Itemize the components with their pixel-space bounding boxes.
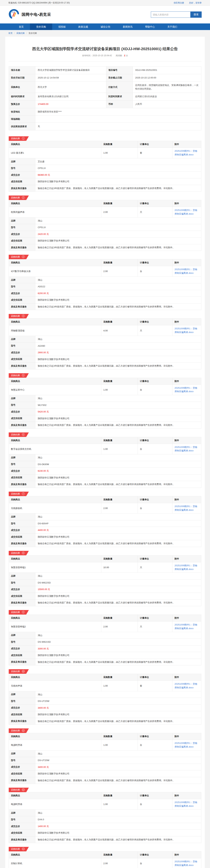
info-label: 币种 [106, 100, 133, 108]
attachment-link[interactable]: 20251009附件1：货物类响应偏离表.docx [175, 564, 199, 571]
search-button[interactable]: 搜索 [190, 11, 202, 18]
result-ribbon-label: 采购结果 [11, 552, 20, 554]
col-header-qty: 采购数量 [101, 378, 138, 384]
brand-value: 湖山 [35, 277, 201, 283]
result-product-row: 数字会议系统主控机 1.00 台 20251009附件1：货物类响应偏离表.do… [9, 444, 201, 454]
product-qty-cell: 2.00 [101, 621, 138, 632]
col-header-qty: 采购数量 [101, 437, 138, 444]
product-qty-cell: 2.00 [101, 858, 138, 868]
attachment-link[interactable]: 20251009附件1：货物类响应偏离表.docx [175, 682, 199, 689]
col-header-qty: 采购数量 [101, 792, 138, 799]
attachment-link[interactable]: 20251009附件1：货物类响应偏离表.docx [175, 623, 199, 630]
model-row: 型号 DS-UT20W [9, 698, 201, 705]
info-value [35, 116, 201, 123]
attachment-link[interactable]: 20251009附件1：货物类响应偏离表.docx [175, 327, 199, 334]
nav-item[interactable]: 新闻资讯 [116, 24, 139, 30]
supplier-row: 成交供应商 陕西韶华云顶数字技术有限公司 [9, 533, 201, 540]
attachment-link[interactable]: 20251009附件1：货物类响应偏离表.docx [175, 209, 199, 216]
info-value: 合同签订后5天内送达 [133, 93, 201, 100]
result-ribbon-label: 采购结果 [11, 433, 20, 436]
attachment-link[interactable]: 20251009附件1：货物类响应偏离表.docx [175, 386, 199, 394]
result-header-row: 采购商品 采购数量 计量单位 附件 [9, 733, 201, 740]
product-unit-cell: 台 [138, 266, 173, 277]
breadcrumb-home-link[interactable]: 首页 [8, 32, 12, 34]
result-product-table: 采购商品 采购数量 计量单位 附件 智慧运算中心 1.00 台 20251009… [9, 378, 201, 395]
result-number-badge: 3 [22, 255, 25, 258]
col-header-attachment: 附件 [173, 437, 201, 444]
result-number-badge: 7 [22, 492, 25, 495]
attachment-link[interactable]: 20251009附件1：货物类响应偏离表.docx [175, 149, 199, 157]
price-row: 成交总价 2420.00 元 [9, 231, 201, 238]
result-block: 采购结果 4 采购商品 采购数量 计量单位 附件 同轴吸顶音箱 4.00 [9, 314, 201, 369]
col-header-unit: 计量单位 [138, 496, 173, 503]
view-count-unit: 次 [126, 54, 128, 57]
col-header-product: 采购商品 [9, 318, 101, 325]
svg-text:易竞采: 易竞采 [10, 11, 15, 13]
results-section: 采购结果 1 采购商品 采购数量 计量单位 附件 LED 显示屏1 1.00 [9, 136, 201, 868]
col-header-unit: 计量单位 [138, 437, 173, 444]
login-link[interactable]: 您好，请登录 [189, 2, 202, 4]
result-ribbon-label: 采购结果 [11, 374, 20, 377]
product-unit-cell: 台 [138, 503, 173, 514]
attachment-link[interactable]: 20251009附件1：货物类响应偏离表.docx [175, 505, 199, 512]
model-value: DS-UT20W [35, 757, 201, 764]
warranty-value: 验收合格之日起3年提供原厂质保。质保期内，非人为因素产品出现质量问题，由乙方进行… [35, 836, 201, 843]
product-unit-cell: 台 [138, 858, 173, 868]
supplier-value: 陕西韶华云顶数字技术有限公司 [35, 711, 201, 718]
attachment-link[interactable]: 20251009附件1：货物类响应偏离表.docx [175, 801, 199, 808]
product-name-cell: 电源时序器 [9, 740, 101, 750]
nav-item[interactable]: 帮助中心 [139, 24, 161, 30]
supplier-register-link[interactable]: 供应商注册 [174, 2, 184, 4]
result-header-row: 采购商品 采购数量 计量单位 附件 [9, 378, 201, 384]
attachment-link[interactable]: 20251009附件1：货物类响应偏离表.docx [175, 445, 199, 453]
attachment-link[interactable]: 20251009附件1：货物类响应偏离表.docx [175, 860, 199, 867]
result-ribbon-label: 采购结果 [11, 255, 20, 258]
nav-item[interactable]: 关于我们 [161, 24, 183, 30]
col-header-product: 采购商品 [9, 733, 101, 740]
product-qty-cell: 1.00 [101, 681, 138, 691]
attachment-link[interactable]: 20251009附件1：货物类响应偏离表.docx [175, 741, 199, 749]
supplier-row: 成交供应商 陕西韶华云顶数字技术有限公司 [9, 593, 201, 599]
result-ribbon: 采购结果 12 [9, 787, 29, 792]
model-value: DS-UT20W [35, 698, 201, 705]
result-number-badge: 1 [22, 137, 25, 140]
model-value: DS-630AP [35, 520, 201, 527]
col-header-qty: 采购数量 [101, 674, 138, 681]
warranty-row: 质保及售后服务 验收合格之日起3年提供原厂质保。质保期内，非人为因素产品出现质量… [9, 244, 201, 251]
nav-item[interactable]: 招投标 [52, 24, 72, 30]
col-header-qty: 采购数量 [101, 200, 138, 207]
col-header-unit: 计量单位 [138, 851, 173, 858]
warranty-label: 质保及售后服务 [9, 422, 35, 429]
nav-item[interactable]: 政策法规 [72, 24, 94, 30]
nav-item[interactable]: 竞价采购 [30, 24, 52, 30]
result-ribbon-label: 采购结果 [11, 137, 20, 140]
brand-row: 品牌 湖山 [9, 277, 201, 283]
search-input[interactable] [151, 11, 190, 18]
page-title: 西北大学区域国别学院学术交流研讨室设备采购项目 (XDJJ-HW-2025100… [9, 41, 201, 54]
info-value: 2025-10-15 12:00:00 [133, 74, 201, 82]
result-product-table: 采购商品 采购数量 计量单位 附件 电源时序器 1.00 台 20251009附… [9, 733, 201, 750]
product-unit-cell: 只 [138, 325, 173, 336]
col-header-product: 采购商品 [9, 615, 101, 621]
col-header-attachment: 附件 [173, 259, 201, 266]
result-number-badge: 8 [22, 552, 25, 554]
model-value: DS-W622SD [35, 579, 201, 586]
nav-item[interactable]: 首页 [12, 24, 30, 30]
info-value: 174400.00 [35, 100, 106, 108]
brand-value: 湖山 [35, 691, 201, 698]
product-qty-cell: 1.00 [101, 799, 138, 810]
attachment-link[interactable]: 20251009附件1：货物类响应偏离表.docx [175, 268, 199, 275]
breadcrumb-results-link[interactable]: 采购结果 [16, 32, 25, 34]
supplier-row: 成交供应商 陕西韶华云顶数字技术有限公司 [9, 652, 201, 659]
nav-item[interactable]: 诚信公告 [94, 24, 116, 30]
result-product-row: 柱阵列扬声器 2.00 只 20251009附件1：货物类响应偏离表.docx [9, 207, 201, 218]
col-header-attachment: 附件 [173, 496, 201, 503]
topbar: 客服热线: 029-86618373 QQ:2881944994 (周一至周五9… [0, 0, 210, 6]
price-value: 3400.00 元 [35, 764, 201, 770]
result-header-row: 采购商品 采购数量 计量单位 附件 [9, 141, 201, 148]
warranty-value: 验收合格之日起3年提供原厂质保。质保期内，非人为因素产品出现质量问题，由乙方进行… [35, 481, 201, 488]
col-header-product: 采购商品 [9, 259, 101, 266]
product-unit-cell: 套 [138, 148, 173, 158]
price-label: 成交总价 [9, 823, 35, 830]
warranty-row: 质保及售后服务 验收合格之日起3年提供原厂质保。质保期内，非人为因素产品出现质量… [9, 718, 201, 724]
